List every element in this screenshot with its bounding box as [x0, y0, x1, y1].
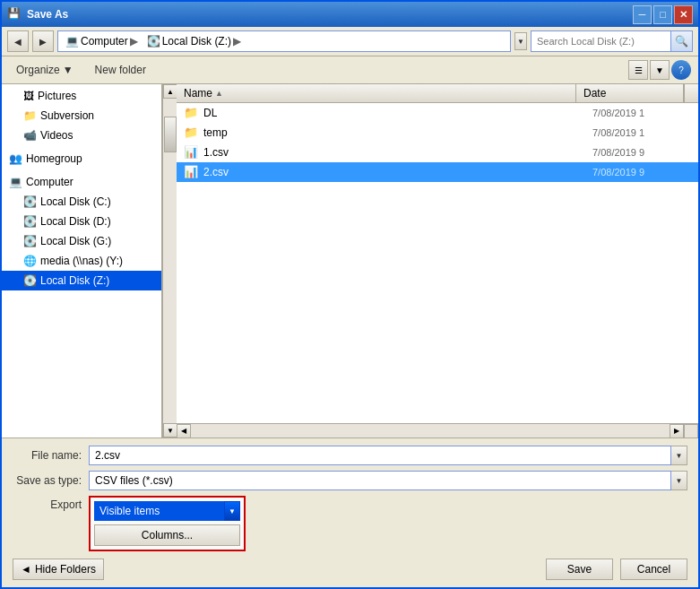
main-area: 🖼 Pictures 📁 Subversion 📹 Videos 👥 [2, 84, 698, 437]
breadcrumb-sep-1: ▶ [130, 35, 138, 48]
filename-row: File name: ▼ [13, 446, 687, 465]
organize-button[interactable]: Organize ▼ [9, 61, 81, 79]
title-bar-buttons: ─ □ ✕ [633, 5, 693, 24]
drive-g-icon: 💽 [23, 235, 37, 247]
hide-folders-button[interactable]: ◄ Hide Folders [13, 559, 104, 580]
export-label: Export [13, 496, 89, 511]
help-button[interactable]: ? [671, 60, 691, 80]
back-button[interactable]: ◀ [7, 30, 29, 52]
sidebar-section-homegroup: 👥 Homegroup [2, 147, 161, 170]
export-select[interactable]: Visible items [94, 501, 224, 521]
organize-dropdown-icon: ▼ [63, 64, 73, 76]
column-header-date[interactable]: Date [576, 84, 684, 102]
filename-select-wrapper: ▼ [89, 446, 687, 465]
filename-input[interactable] [89, 446, 671, 465]
file-date-dl: 7/08/2019 1 [592, 108, 691, 118]
search-button[interactable]: 🔍 [670, 31, 692, 51]
new-folder-button[interactable]: New folder [88, 61, 153, 79]
left-panel: 🖼 Pictures 📁 Subversion 📹 Videos 👥 [2, 84, 162, 437]
view-menu-button[interactable]: ☰ [628, 60, 648, 80]
sidebar-item-z[interactable]: 💽 Local Disk (Z:) [2, 271, 161, 290]
save-button[interactable]: Save [546, 559, 613, 580]
subversion-icon: 📁 [23, 109, 37, 122]
file-row-1csv[interactable]: 📊 1.csv 7/08/2019 9 [177, 143, 698, 162]
pictures-icon: 🖼 [23, 90, 34, 102]
csv1-icon: 📊 [184, 145, 198, 159]
file-date-1csv: 7/08/2019 9 [592, 147, 691, 158]
drive-d-icon: 💽 [23, 215, 37, 228]
scroll-down-button[interactable]: ▼ [163, 423, 177, 437]
sidebar-item-d[interactable]: 💽 Local Disk (D:) [2, 212, 161, 231]
view-controls: ☰ ▼ ? [628, 60, 691, 80]
homegroup-label: Homegroup [26, 152, 82, 165]
window-icon: 💾 [7, 7, 22, 22]
export-section: Export Visible items ▼ Columns... [13, 496, 687, 551]
scroll-right-button[interactable]: ▶ [670, 424, 684, 438]
column-header-name[interactable]: Name ▲ [177, 84, 576, 102]
savetype-dropdown-button[interactable]: ▼ [671, 471, 687, 490]
localdisk-icon: 💽 [147, 35, 160, 48]
sidebar-item-pictures[interactable]: 🖼 Pictures [2, 86, 161, 106]
scroll-left-button[interactable]: ◀ [177, 424, 191, 438]
sidebar-item-computer[interactable]: 💻 Computer [2, 172, 161, 192]
h-scroll-corner [684, 424, 698, 438]
sidebar-item-nas[interactable]: 🌐 media (\\nas) (Y:) [2, 251, 161, 271]
search-input[interactable] [531, 31, 670, 51]
h-scroll-track [191, 424, 670, 437]
horizontal-scrollbar[interactable]: ◀ ▶ [177, 423, 698, 437]
arrow-left-icon: ◄ [21, 563, 31, 576]
cancel-label: Cancel [637, 563, 670, 576]
savetype-row: Save as type: ▼ [13, 471, 687, 490]
scroll-track [163, 99, 177, 423]
col-date-label: Date [583, 87, 606, 100]
computer-icon: 💻 [9, 176, 22, 188]
breadcrumb-localdisk[interactable]: 💽 Local Disk (Z:) ▶ [143, 33, 245, 49]
sort-arrow-icon: ▲ [215, 89, 223, 98]
forward-button[interactable]: ▶ [32, 30, 54, 52]
savetype-input[interactable] [89, 471, 671, 490]
view-dropdown-button[interactable]: ▼ [650, 60, 670, 80]
file-row-2csv[interactable]: 📊 2.csv 7/08/2019 9 [177, 162, 698, 182]
file-name-1csv: 1.csv [203, 146, 587, 159]
filename-dropdown-button[interactable]: ▼ [671, 446, 687, 465]
bottom-area: File name: ▼ Save as type: ▼ Export Visi… [2, 437, 698, 587]
file-name-temp: temp [203, 126, 587, 139]
drive-d-label: Local Disk (D:) [40, 215, 111, 228]
drive-z-label: Local Disk (Z:) [40, 274, 109, 287]
cancel-button[interactable]: Cancel [620, 559, 687, 580]
file-row-temp[interactable]: 📁 temp 7/08/2019 1 [177, 123, 698, 143]
export-dropdown-button[interactable]: ▼ [224, 501, 240, 521]
right-panel: Name ▲ Date 📁 DL 7/08/2019 1 📁 [177, 84, 698, 437]
scroll-thumb[interactable] [164, 117, 177, 152]
sidebar-item-g[interactable]: 💽 Local Disk (G:) [2, 231, 161, 251]
breadcrumb-dropdown-button[interactable]: ▼ [514, 32, 527, 50]
maximize-button[interactable]: □ [653, 5, 672, 24]
file-date-temp: 7/08/2019 1 [592, 127, 691, 138]
col-name-label: Name [184, 87, 212, 100]
save-label: Save [567, 563, 592, 576]
savetype-label: Save as type: [13, 474, 89, 487]
drive-c-icon: 💽 [23, 195, 37, 208]
left-panel-scrollbar[interactable]: ▲ ▼ [162, 84, 177, 437]
sidebar-item-videos[interactable]: 📹 Videos [2, 126, 161, 145]
sidebar-item-homegroup[interactable]: 👥 Homegroup [2, 149, 161, 169]
computer-icon: 💻 [65, 35, 79, 48]
nas-label: media (\\nas) (Y:) [40, 255, 123, 267]
breadcrumb-computer[interactable]: 💻 Computer ▶ [62, 33, 142, 49]
new-folder-label: New folder [95, 64, 146, 76]
columns-button[interactable]: Columns... [94, 524, 240, 546]
drive-z-icon: 💽 [23, 274, 37, 287]
close-button[interactable]: ✕ [674, 5, 693, 24]
hide-folders-label: Hide Folders [35, 563, 96, 576]
scroll-up-button[interactable]: ▲ [163, 84, 177, 99]
organize-label: Organize [16, 64, 60, 76]
sidebar-item-subversion[interactable]: 📁 Subversion [2, 106, 161, 126]
folder-temp-icon: 📁 [184, 126, 198, 139]
sidebar-item-c[interactable]: 💽 Local Disk (C:) [2, 192, 161, 212]
file-row-dl[interactable]: 📁 DL 7/08/2019 1 [177, 103, 698, 123]
file-list-header: Name ▲ Date [177, 84, 698, 103]
toolbar: Organize ▼ New folder ☰ ▼ ? [2, 56, 698, 84]
minimize-button[interactable]: ─ [633, 5, 652, 24]
savetype-select-wrapper: ▼ [89, 471, 687, 490]
header-scroll-spacer [684, 84, 698, 102]
